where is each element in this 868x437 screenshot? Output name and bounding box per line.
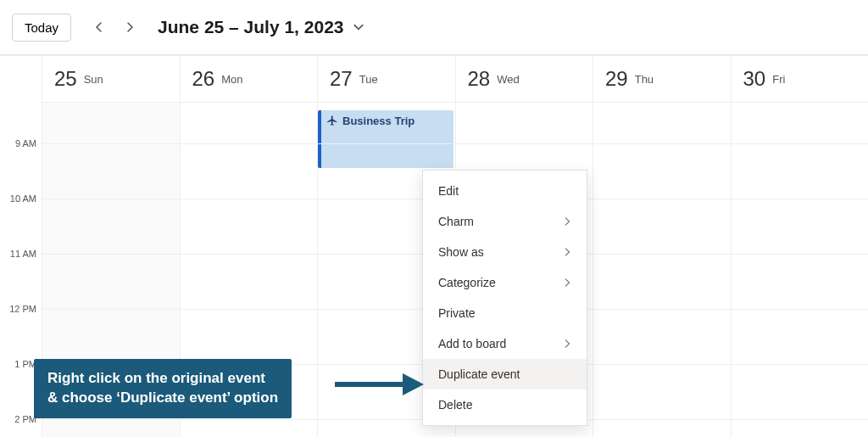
context-menu-item[interactable]: Duplicate event [423,359,587,389]
context-menu-item[interactable]: Charm [423,206,587,237]
chevron-right-icon [563,215,571,228]
day-number: 27 [330,67,353,91]
day-header[interactable]: 26Mon [181,56,319,102]
day-header[interactable]: 28Wed [456,56,594,102]
menu-item-label: Charm [438,215,474,228]
day-header[interactable]: 29Thu [593,56,732,102]
context-menu-item[interactable]: Edit [423,176,587,206]
airplane-icon [326,115,338,164]
hour-label: 12 PM [9,304,36,314]
chevron-left-icon [94,22,104,32]
menu-item-label: Private [438,306,476,320]
svg-marker-1 [403,373,424,395]
day-name: Wed [497,73,520,86]
context-menu-item[interactable]: Delete [423,389,587,420]
hour-label: 11 AM [10,249,36,259]
menu-item-label: Delete [438,398,472,412]
annotation-line1: Right click on the original event [47,370,265,386]
date-range-picker[interactable]: June 25 – July 1, 2023 [158,17,364,37]
context-menu-item[interactable]: Categorize [423,267,587,298]
day-number: 30 [743,67,766,91]
help-annotation: Right click on the original event & choo… [34,359,292,418]
day-name: Tue [359,73,378,86]
day-number: 28 [468,67,491,91]
annotation-arrow-icon [335,372,424,397]
chevron-right-icon [563,245,571,259]
day-number: 25 [54,67,77,91]
day-name: Sun [84,73,103,86]
event-title: Business Trip [342,115,415,164]
week-nav [92,20,137,35]
menu-item-label: Add to board [438,337,506,350]
context-menu-item[interactable]: Show as [423,237,587,267]
prev-week-button[interactable] [92,20,107,35]
today-button[interactable]: Today [12,14,71,42]
day-header[interactable]: 25Sun [42,56,181,102]
day-name: Thu [635,73,654,86]
day-number: 29 [605,67,628,91]
next-week-button[interactable] [122,20,137,35]
event-context-menu: EditCharmShow asCategorizePrivateAdd to … [422,170,587,426]
day-header-row: 25Sun26Mon27Tue28Wed29Thu30Fri [42,56,868,103]
date-range-label: June 25 – July 1, 2023 [158,17,343,37]
day-header[interactable]: 30Fri [732,56,869,102]
day-name: Fri [772,73,785,86]
day-number: 26 [192,67,215,91]
context-menu-item[interactable]: Add to board [423,328,587,359]
chevron-right-icon [563,337,571,350]
context-menu-item[interactable]: Private [423,298,587,328]
calendar-event[interactable]: Business Trip [318,110,453,168]
annotation-line2: & choose ‘Duplicate event’ option [47,389,278,406]
day-name: Mon [221,73,242,86]
chevron-right-icon [125,22,135,32]
day-header[interactable]: 27Tue [318,56,456,102]
menu-item-label: Duplicate event [438,367,520,381]
day-column[interactable] [593,103,732,437]
hour-gridline [42,143,868,144]
menu-item-label: Show as [438,245,484,259]
menu-item-label: Edit [438,184,459,198]
hour-label: 10 AM [10,193,36,204]
menu-item-label: Categorize [438,276,496,289]
hour-label: 9 AM [15,138,36,148]
chevron-right-icon [563,276,571,289]
calendar-toolbar: Today June 25 – July 1, 2023 [0,0,868,55]
day-column[interactable] [732,103,869,437]
chevron-down-icon [353,21,364,33]
